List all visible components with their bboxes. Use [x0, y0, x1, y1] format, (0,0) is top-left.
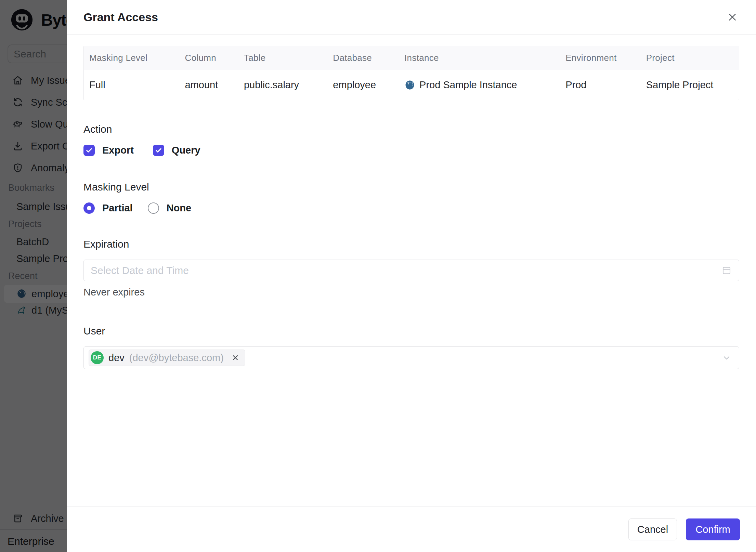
- confirm-button[interactable]: Confirm: [686, 518, 740, 540]
- cell-table: public.salary: [238, 70, 327, 100]
- col-table: Table: [238, 46, 327, 70]
- masking-level-heading: Masking Level: [83, 181, 739, 193]
- expiration-date-picker[interactable]: [83, 260, 739, 281]
- postgres-icon: [404, 80, 415, 91]
- col-masking-level: Masking Level: [84, 46, 180, 70]
- action-options: Export Query: [83, 145, 739, 156]
- user-name: dev: [108, 352, 125, 364]
- query-label: Query: [172, 145, 200, 156]
- cancel-button[interactable]: Cancel: [628, 518, 677, 540]
- remove-user-button[interactable]: [231, 353, 240, 363]
- checkbox-checked-icon: [153, 145, 164, 156]
- user-email: (dev@bytebase.com): [129, 352, 224, 364]
- col-column: Column: [180, 46, 238, 70]
- col-database: Database: [327, 46, 399, 70]
- instance-name: Prod Sample Instance: [419, 79, 517, 91]
- close-icon: [727, 12, 738, 23]
- grant-access-modal: Grant Access Masking Level Column Table: [67, 0, 756, 552]
- modal-footer: Cancel Confirm: [67, 507, 756, 552]
- none-radio[interactable]: None: [148, 202, 192, 214]
- calendar-icon: [721, 265, 732, 276]
- user-tag: DE dev (dev@bytebase.com): [89, 350, 245, 366]
- query-checkbox[interactable]: Query: [153, 145, 200, 156]
- table-header-row: Masking Level Column Table Database Inst…: [84, 46, 739, 70]
- modal-header: Grant Access: [67, 0, 756, 35]
- partial-label: Partial: [102, 202, 133, 214]
- none-label: None: [167, 202, 192, 214]
- avatar: DE: [91, 351, 104, 364]
- action-heading: Action: [83, 123, 739, 135]
- export-label: Export: [102, 145, 134, 156]
- chevron-down-icon: [722, 353, 731, 363]
- partial-radio[interactable]: Partial: [83, 202, 133, 214]
- access-summary-table: Masking Level Column Table Database Inst…: [83, 46, 739, 100]
- user-select[interactable]: DE dev (dev@bytebase.com): [83, 346, 739, 369]
- cell-database: employee: [327, 70, 399, 100]
- expiration-heading: Expiration: [83, 238, 739, 250]
- cell-column: amount: [180, 70, 238, 100]
- cell-masking-level: Full: [84, 70, 180, 100]
- export-checkbox[interactable]: Export: [83, 145, 134, 156]
- modal-title: Grant Access: [83, 11, 158, 24]
- cell-instance: Prod Sample Instance: [399, 70, 560, 100]
- radio-selected-icon: [83, 202, 95, 214]
- checkbox-checked-icon: [83, 145, 95, 156]
- close-icon: [231, 354, 239, 362]
- cell-environment: Prod: [560, 70, 641, 100]
- close-button[interactable]: [726, 10, 739, 24]
- expiration-date-input[interactable]: [91, 265, 721, 276]
- cell-project: Sample Project: [641, 70, 739, 100]
- radio-unselected-icon: [148, 202, 159, 214]
- col-project: Project: [641, 46, 739, 70]
- expiration-note: Never expires: [83, 287, 739, 298]
- col-instance: Instance: [399, 46, 560, 70]
- user-heading: User: [83, 325, 739, 337]
- modal-body: Masking Level Column Table Database Inst…: [67, 35, 756, 369]
- col-environment: Environment: [560, 46, 641, 70]
- masking-options: Partial None: [83, 202, 739, 214]
- table-row: Full amount public.salary employee: [84, 70, 739, 100]
